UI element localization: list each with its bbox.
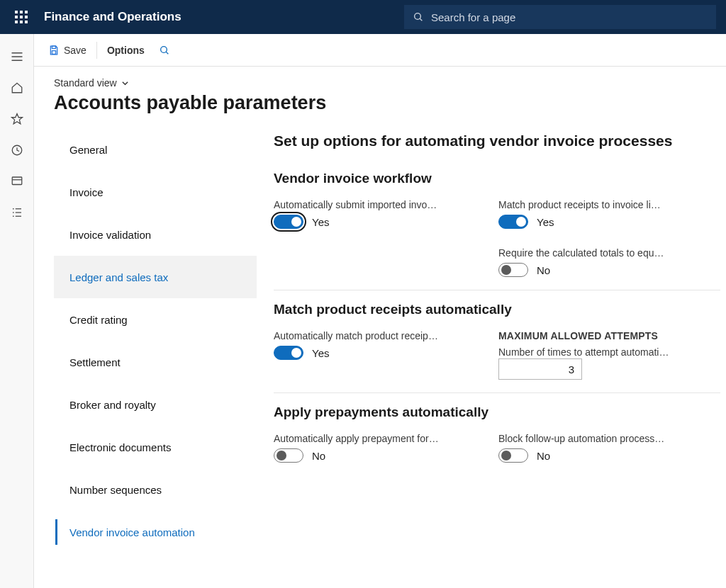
svg-rect-15 xyxy=(52,46,55,48)
tab-settlement[interactable]: Settlement xyxy=(54,341,257,383)
rail-workspaces[interactable] xyxy=(0,166,34,197)
section-apply-prepayments: Apply prepayments automatically Automati… xyxy=(274,392,720,475)
tab-credit-rating[interactable]: Credit rating xyxy=(54,298,257,341)
tab-ledger-sales-tax[interactable]: Ledger and sales tax xyxy=(54,256,257,298)
search-icon xyxy=(413,11,424,23)
section-title: Apply prepayments automatically xyxy=(274,405,720,420)
options-button[interactable]: Options xyxy=(100,40,152,60)
modules-icon xyxy=(11,206,23,219)
toggle-match-receipts[interactable] xyxy=(498,215,528,229)
command-bar: Save Options xyxy=(34,34,726,67)
star-icon xyxy=(11,113,23,125)
tab-label: Invoice xyxy=(69,186,104,198)
toggle-auto-submit[interactable] xyxy=(274,215,303,229)
field-label: Require the calculated totals to equ… xyxy=(498,247,690,259)
field-label: Automatically submit imported invo… xyxy=(274,199,465,210)
tab-vendor-invoice-automation[interactable]: Vendor invoice automation xyxy=(54,511,257,553)
find-button[interactable] xyxy=(152,40,177,60)
app-brand: Finance and Operations xyxy=(44,10,182,24)
toggle-value: Yes xyxy=(312,347,329,359)
global-search-placeholder: Search for a page xyxy=(431,11,515,23)
parameter-tabs: General Invoice Invoice validation Ledge… xyxy=(54,128,257,588)
toggle-knob xyxy=(291,348,301,358)
options-label: Options xyxy=(107,45,145,56)
tab-general[interactable]: General xyxy=(54,128,257,171)
tab-label: Number sequences xyxy=(69,484,162,496)
field-heading: MAXIMUM ALLOWED ATTEMPTS xyxy=(498,330,690,341)
rail-favorites[interactable] xyxy=(0,103,34,135)
page-title: Accounts payable parameters xyxy=(54,92,726,114)
tab-number-sequences[interactable]: Number sequences xyxy=(54,468,257,511)
rail-home[interactable] xyxy=(0,72,34,103)
hamburger-icon xyxy=(11,52,23,62)
svg-marker-5 xyxy=(11,114,22,124)
toggle-knob xyxy=(501,451,511,460)
field-max-attempts: MAXIMUM ALLOWED ATTEMPTS Number of times… xyxy=(498,330,720,380)
app-launcher-button[interactable] xyxy=(4,0,38,34)
field-require-totals: Require the calculated totals to equ… No xyxy=(498,247,720,277)
global-search[interactable]: Search for a page xyxy=(404,5,716,29)
toggle-block-followup[interactable] xyxy=(498,448,528,463)
field-match-receipts: Match product receipts to invoice li… Ye… xyxy=(498,199,720,229)
toggle-value: No xyxy=(537,264,550,276)
page-header: Standard view Accounts payable parameter… xyxy=(34,67,726,114)
settings-panel: Set up options for automating vendor inv… xyxy=(257,128,726,588)
tab-label: Invoice validation xyxy=(69,229,151,241)
tab-label: Vendor invoice automation xyxy=(69,526,195,538)
input-max-attempts[interactable]: 3 xyxy=(498,358,582,380)
rail-recent[interactable] xyxy=(0,135,34,166)
svg-line-18 xyxy=(166,52,168,54)
svg-point-0 xyxy=(415,13,421,20)
save-button[interactable]: Save xyxy=(41,40,94,60)
rail-modules[interactable] xyxy=(0,197,34,228)
toggle-auto-prepay[interactable] xyxy=(274,448,303,463)
search-icon xyxy=(159,45,170,56)
field-auto-submit: Automatically submit imported invo… Yes xyxy=(274,199,496,229)
field-label: Match product receipts to invoice li… xyxy=(498,199,690,210)
tab-label: Broker and royalty xyxy=(69,399,156,411)
tab-label: Settlement xyxy=(69,356,121,368)
field-label: Number of times to attempt automati… xyxy=(498,346,669,358)
svg-rect-16 xyxy=(52,50,55,54)
input-value: 3 xyxy=(569,363,574,375)
home-icon xyxy=(11,81,23,94)
view-label: Standard view xyxy=(54,77,117,89)
save-label: Save xyxy=(64,45,86,56)
tab-invoice-validation[interactable]: Invoice validation xyxy=(54,213,257,256)
top-nav: Finance and Operations Search for a page xyxy=(0,0,726,34)
section-title: Match product receipts automatically xyxy=(274,302,720,317)
svg-rect-7 xyxy=(12,177,22,185)
tab-electronic-documents[interactable]: Electronic documents xyxy=(54,426,257,468)
field-label: Automatically match product receip… xyxy=(274,330,465,341)
field-auto-prepay: Automatically apply prepayment for… No xyxy=(274,433,496,463)
svg-line-1 xyxy=(420,18,422,21)
tab-broker-royalty[interactable]: Broker and royalty xyxy=(54,383,257,426)
toggle-value: Yes xyxy=(312,216,329,228)
toggle-knob xyxy=(501,265,511,275)
command-separator xyxy=(96,42,97,59)
toggle-knob xyxy=(277,451,286,460)
toggle-require-totals[interactable] xyxy=(498,263,528,277)
field-auto-match: Automatically match product receip… Yes xyxy=(274,330,496,380)
section-vendor-invoice-workflow: Vendor invoice workflow Automatically su… xyxy=(274,159,720,290)
rail-expand-button[interactable] xyxy=(0,41,34,72)
field-block-followup: Block follow-up automation process… No xyxy=(498,433,720,463)
view-selector[interactable]: Standard view xyxy=(54,77,129,89)
tab-label: General xyxy=(69,144,107,156)
chevron-down-icon xyxy=(121,79,129,87)
section-match-receipts-auto: Match product receipts automatically Aut… xyxy=(274,290,720,392)
left-rail xyxy=(0,34,34,588)
toggle-value: No xyxy=(537,450,550,462)
svg-point-17 xyxy=(160,46,167,52)
active-indicator xyxy=(55,519,57,545)
settings-heading: Set up options for automating vendor inv… xyxy=(274,132,720,149)
waffle-icon xyxy=(15,11,28,23)
field-label: Automatically apply prepayment for… xyxy=(274,433,465,444)
save-icon xyxy=(48,45,60,56)
tab-label: Electronic documents xyxy=(69,441,171,453)
clock-icon xyxy=(11,144,23,157)
tab-invoice[interactable]: Invoice xyxy=(54,171,257,213)
toggle-value: No xyxy=(312,450,325,462)
toggle-auto-match[interactable] xyxy=(274,346,303,360)
tab-label: Ledger and sales tax xyxy=(69,271,168,283)
